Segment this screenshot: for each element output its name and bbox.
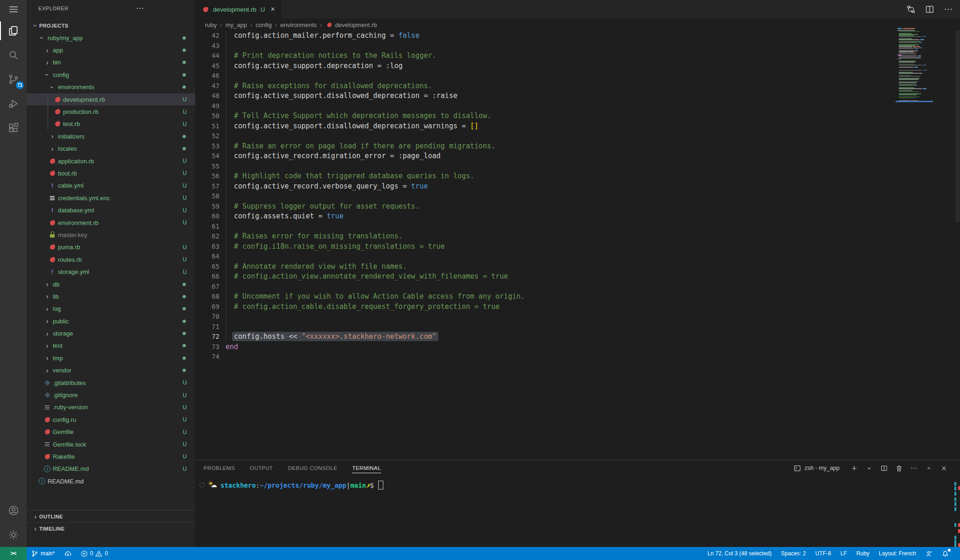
code-line-51[interactable]: 51 config.active_support.disallowed_depr… xyxy=(195,121,895,132)
code-line-42[interactable]: 42 config.action_mailer.perform_caching … xyxy=(195,31,895,41)
problems-status-item[interactable]: 0 0 xyxy=(76,547,113,560)
tree-item-app[interactable]: app xyxy=(27,44,195,56)
tab-development-rb[interactable]: development.rb U × xyxy=(195,0,282,19)
code-line-47[interactable]: 47 # Raise exceptions for disallowed dep… xyxy=(195,81,895,91)
tree-item-storage-yml[interactable]: storage.ymlU xyxy=(27,266,195,278)
code-line-66[interactable]: 66 # config.action_view.annotate_rendere… xyxy=(195,272,895,282)
feedback-button[interactable] xyxy=(921,547,937,560)
tree-item-readme-md[interactable]: README.md xyxy=(27,475,195,487)
menu-icon[interactable] xyxy=(0,0,27,19)
sidebar-item-extensions[interactable] xyxy=(0,116,27,140)
tree-item-routes-rb[interactable]: routes.rbU xyxy=(27,253,195,266)
sidebar-item-search[interactable] xyxy=(0,43,27,67)
tree-item-initializers[interactable]: initializers xyxy=(27,130,195,142)
status-item-spaces-2[interactable]: Spaces: 2 xyxy=(776,547,811,560)
code-line-57[interactable]: 57 config.active_record.verbose_query_lo… xyxy=(195,182,895,192)
code-line-53[interactable]: 53 # Raise an error on page load if ther… xyxy=(195,141,895,152)
code-editor[interactable]: 42 config.action_mailer.perform_caching … xyxy=(195,31,895,362)
terminal-instance[interactable]: zsh - my_app xyxy=(793,464,840,472)
tree-item-db[interactable]: db xyxy=(27,278,195,290)
breadcrumb-item[interactable]: config xyxy=(255,21,280,28)
tree-item-public[interactable]: public xyxy=(27,315,195,327)
panel-tab-problems[interactable]: PROBLEMS xyxy=(204,463,235,473)
code-line-48[interactable]: 48 config.active_support.disallowed_depr… xyxy=(195,91,895,101)
tree-item--gitignore[interactable]: .gitignoreU xyxy=(27,389,195,401)
tree-item-rakefile[interactable]: RakefileU xyxy=(27,450,195,462)
code-line-71[interactable]: 71 xyxy=(195,322,895,332)
code-line-63[interactable]: 63 # config.i18n.raise_on_missing_transl… xyxy=(195,242,895,252)
timeline-section-header[interactable]: TIMELINE xyxy=(27,522,195,535)
tree-item-puma-rb[interactable]: puma.rbU xyxy=(27,241,195,253)
notifications-button[interactable] xyxy=(937,547,953,560)
sidebar-item-explorer[interactable] xyxy=(0,19,27,43)
status-item-layout-french[interactable]: Layout: French xyxy=(874,547,921,560)
minimap[interactable] xyxy=(897,28,930,104)
more-actions-icon[interactable] xyxy=(943,4,953,14)
status-item-utf-8[interactable]: UTF-8 xyxy=(811,547,836,560)
tree-item-config[interactable]: config xyxy=(27,69,195,81)
tree-item-bin[interactable]: bin xyxy=(27,56,195,69)
status-item-ruby[interactable]: Ruby xyxy=(852,547,874,560)
code-line-52[interactable]: 52 xyxy=(195,131,895,141)
code-line-61[interactable]: 61 xyxy=(195,222,895,232)
panel-tab-terminal[interactable]: TERMINAL xyxy=(352,463,381,473)
tree-item-development-rb[interactable]: development.rbU xyxy=(27,93,195,105)
branch-status-item[interactable]: main* xyxy=(27,547,60,560)
status-item-lf[interactable]: LF xyxy=(836,547,852,560)
tree-item-lib[interactable]: lib xyxy=(27,290,195,302)
code-line-43[interactable]: 43 xyxy=(195,41,895,51)
code-line-49[interactable]: 49 xyxy=(195,101,895,112)
code-line-65[interactable]: 65 # Annotate rendered view with file na… xyxy=(195,262,895,272)
accounts-button[interactable] xyxy=(0,498,27,523)
code-line-50[interactable]: 50 # Tell Active Support which deprecati… xyxy=(195,111,895,121)
tree-item-test-rb[interactable]: test.rbU xyxy=(27,118,195,130)
sidebar-item-source-control[interactable]: 71 xyxy=(0,67,27,91)
panel-tab-output[interactable]: OUTPUT xyxy=(250,463,273,473)
maximize-panel-icon[interactable] xyxy=(925,464,933,472)
code-line-59[interactable]: 59 # Suppress logger output for asset re… xyxy=(195,202,895,212)
tree-item-database-yml[interactable]: database.ymlU xyxy=(27,204,195,216)
code-line-64[interactable]: 64 xyxy=(195,252,895,262)
tree-item-environments[interactable]: environments xyxy=(27,81,195,93)
sidebar-item-run-debug[interactable] xyxy=(0,91,27,116)
code-line-45[interactable]: 45 config.active_support.deprecation = :… xyxy=(195,61,895,71)
open-changes-icon[interactable] xyxy=(906,4,916,14)
new-terminal-icon[interactable] xyxy=(850,464,858,472)
code-line-58[interactable]: 58 xyxy=(195,191,895,202)
code-line-55[interactable]: 55 xyxy=(195,161,895,172)
code-line-74[interactable]: 74 xyxy=(195,352,895,362)
editor-scrollbar[interactable] xyxy=(955,31,960,222)
tree-item-config-ru[interactable]: config.ruU xyxy=(27,413,195,426)
tree-item-application-rb[interactable]: application.rbU xyxy=(27,155,195,167)
code-line-46[interactable]: 46 xyxy=(195,71,895,81)
tree-item-credentials-yml-enc[interactable]: credentials.yml.encU xyxy=(27,192,195,204)
outline-section-header[interactable]: OUTLINE xyxy=(27,510,195,523)
panel-tab-debug-console[interactable]: DEBUG CONSOLE xyxy=(288,463,338,473)
code-line-73[interactable]: 73end xyxy=(195,342,895,352)
tree-item-readme-md[interactable]: README.mdU xyxy=(27,463,195,475)
trash-icon[interactable] xyxy=(895,464,903,472)
close-icon[interactable]: × xyxy=(270,6,275,13)
code-line-68[interactable]: 68 # Uncomment if you wish to allow Acti… xyxy=(195,292,895,302)
code-line-69[interactable]: 69 # config.action_cable.disable_request… xyxy=(195,302,895,312)
split-terminal-icon[interactable] xyxy=(880,464,888,472)
tree-item-log[interactable]: log xyxy=(27,303,195,315)
tree-item-tmp[interactable]: tmp xyxy=(27,352,195,364)
code-line-70[interactable]: 70 xyxy=(195,312,895,322)
publish-changes-button[interactable] xyxy=(60,547,76,560)
tree-item--ruby-version[interactable]: .ruby-versionU xyxy=(27,401,195,413)
tree-item-storage[interactable]: storage xyxy=(27,327,195,339)
tree-item-gemfile[interactable]: GemfileU xyxy=(27,426,195,438)
close-panel-icon[interactable] xyxy=(940,464,948,472)
chevron-down-icon[interactable] xyxy=(865,464,873,472)
code-line-62[interactable]: 62 # Raises error for missing translatio… xyxy=(195,231,895,242)
tree-item-production-rb[interactable]: production.rbU xyxy=(27,105,195,118)
tree-item-locales[interactable]: locales xyxy=(27,143,195,155)
code-line-67[interactable]: 67 xyxy=(195,282,895,292)
code-line-72[interactable]: 72 config.hosts·<<·"<xxxxxx>.stackhero-n… xyxy=(195,332,895,342)
breadcrumb-item[interactable]: environments xyxy=(280,21,325,28)
explorer-more-actions-icon[interactable]: ⋯ xyxy=(133,0,147,16)
status-item-ln-72-col-3-48-selected[interactable]: Ln 72, Col 3 (48 selected) xyxy=(703,547,776,560)
breadcrumb-file[interactable]: development.rb xyxy=(325,21,377,28)
terminal-prompt[interactable]: ☀☁ stackhero : ~/projects/ruby/my_app | … xyxy=(199,481,383,490)
